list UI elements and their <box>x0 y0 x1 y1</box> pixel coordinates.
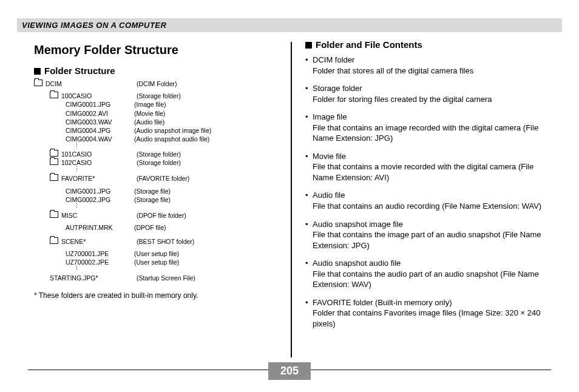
folder-icon <box>50 211 58 218</box>
ellipsis-icon: ⋮ <box>34 267 280 270</box>
footnote: * These folders are created in built-in … <box>34 291 280 300</box>
right-column: Folder and File Contents DCIM folderFold… <box>292 38 562 357</box>
ellipsis-icon: ⋮ <box>34 204 280 208</box>
left-column: Memory Folder Structure Folder Structure… <box>17 38 291 357</box>
list-item: Image fileFile that contains an image re… <box>305 112 551 144</box>
list-item: FAVORITE folder (Built-in memory only)Fo… <box>305 297 551 329</box>
page-number: 205 <box>268 362 311 380</box>
folder-icon <box>50 237 58 244</box>
subsection-folder-structure: Folder Structure <box>34 66 280 76</box>
list-item: Storage folderFolder for storing files c… <box>305 83 551 104</box>
list-item: DCIM folderFolder that stores all of the… <box>305 55 551 76</box>
list-item: Audio fileFile that contains an audio re… <box>305 190 551 211</box>
section-header: VIEWING IMAGES ON A COMPUTER <box>17 18 562 32</box>
list-item: Audio snapshot audio fileFile that conta… <box>305 258 551 290</box>
content-columns: Memory Folder Structure Folder Structure… <box>0 32 579 357</box>
folder-tree: DCIM(DCIM Folder) 100CASIO(Storage folde… <box>34 79 280 283</box>
contents-list: DCIM folderFolder that stores all of the… <box>305 55 551 329</box>
folder-icon <box>50 158 58 165</box>
folder-icon <box>50 150 58 157</box>
subsection-contents: Folder and File Contents <box>305 39 551 50</box>
folder-icon <box>50 92 58 98</box>
folder-icon <box>34 79 42 86</box>
ellipsis-icon: ⋮ <box>34 167 280 171</box>
ellipsis-icon: ⋮ <box>34 144 280 147</box>
folder-icon <box>50 174 58 181</box>
page-title: Memory Folder Structure <box>34 43 280 57</box>
list-item: Audio snapshot image fileFile that conta… <box>305 219 551 251</box>
list-item: Movie fileFile that contains a movie rec… <box>305 151 551 183</box>
